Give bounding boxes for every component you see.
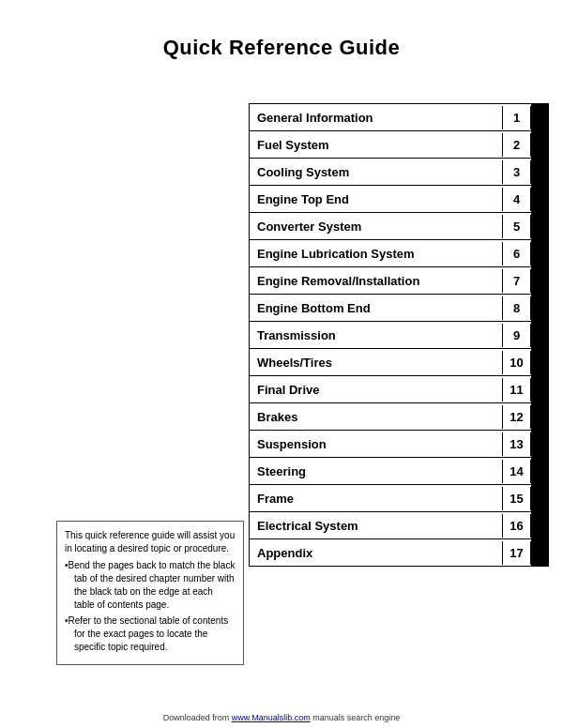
info-box-bullets: •Bend the pages back to match the black … [65, 559, 236, 654]
row-number: 1 [503, 106, 531, 129]
row-label: Engine Lubrication System [250, 242, 503, 265]
row-label: Fuel System [250, 133, 503, 157]
row-label: Brakes [250, 405, 503, 429]
row-tab [531, 186, 548, 212]
row-tab [531, 295, 548, 321]
table-row: Engine Lubrication System6 [249, 239, 549, 266]
table-row: Final Drive11 [249, 375, 549, 402]
row-number: 9 [503, 324, 531, 347]
row-label: Transmission [250, 324, 503, 347]
row-number: 16 [503, 514, 531, 538]
table-row: Engine Top End4 [249, 185, 549, 212]
row-tab [531, 403, 548, 430]
row-tab [531, 213, 548, 239]
table-row: Converter System5 [249, 212, 549, 239]
table-row: Frame15 [249, 484, 549, 511]
row-label: Steering [250, 460, 503, 483]
row-number: 3 [503, 160, 531, 184]
quick-reference-table: General Information1Fuel System2Cooling … [249, 103, 549, 567]
row-number: 15 [503, 487, 531, 510]
table-row: General Information1 [249, 103, 549, 130]
info-box: This quick reference guide will assist y… [56, 521, 244, 665]
row-number: 8 [503, 296, 531, 320]
footer-link[interactable]: www.Manualslib.com [232, 713, 311, 722]
row-number: 4 [503, 188, 531, 211]
row-tab [531, 240, 548, 266]
info-box-text: This quick reference guide will assist y… [65, 529, 236, 555]
footer-prefix: Downloaded from [163, 713, 232, 722]
table-row: Cooling System3 [249, 158, 549, 185]
row-tab [531, 159, 548, 185]
row-number: 14 [503, 460, 531, 483]
row-label: Engine Removal/Installation [250, 269, 503, 293]
row-tab [531, 104, 548, 130]
table-row: Fuel System2 [249, 130, 549, 158]
row-tab [531, 267, 548, 294]
info-box-bullet: •Bend the pages back to match the black … [65, 559, 236, 612]
table-row: Electrical System16 [249, 511, 549, 538]
row-number: 10 [503, 351, 531, 374]
row-label: Final Drive [250, 378, 503, 402]
table-row: Engine Removal/Installation7 [249, 266, 549, 294]
table-row: Suspension13 [249, 430, 549, 457]
page-title: Quick Reference Guide [0, 36, 563, 60]
footer: Downloaded from www.Manualslib.com manua… [0, 713, 563, 722]
footer-suffix: manuals search engine [311, 713, 401, 722]
row-tab [531, 376, 548, 402]
row-tab [531, 349, 548, 375]
row-label: Cooling System [250, 160, 503, 184]
table-row: Transmission9 [249, 321, 549, 348]
row-label: Appendix [250, 541, 503, 565]
table-row: Wheels/Tires10 [249, 348, 549, 375]
table-row: Engine Bottom End8 [249, 294, 549, 321]
table-row: Steering14 [249, 457, 549, 484]
row-label: Engine Top End [250, 188, 503, 211]
row-tab [531, 431, 548, 457]
table-row: Brakes12 [249, 402, 549, 430]
row-tab [531, 131, 548, 158]
row-label: General Information [250, 106, 503, 129]
row-label: Wheels/Tires [250, 351, 503, 374]
row-number: 6 [503, 242, 531, 265]
row-tab [531, 458, 548, 484]
table-row: Appendix17 [249, 538, 549, 567]
row-label: Converter System [250, 215, 503, 238]
row-number: 11 [503, 378, 531, 402]
row-number: 2 [503, 133, 531, 157]
row-label: Engine Bottom End [250, 296, 503, 320]
row-label: Frame [250, 487, 503, 510]
row-number: 12 [503, 405, 531, 429]
row-tab [531, 322, 548, 348]
row-label: Electrical System [250, 514, 503, 538]
row-tab [531, 485, 548, 511]
row-label: Suspension [250, 432, 503, 456]
info-box-bullet: •Refer to the sectional table of content… [65, 614, 236, 654]
row-number: 17 [503, 541, 531, 565]
row-tab [531, 539, 548, 566]
row-tab [531, 512, 548, 538]
row-number: 13 [503, 432, 531, 456]
row-number: 7 [503, 269, 531, 293]
row-number: 5 [503, 215, 531, 238]
